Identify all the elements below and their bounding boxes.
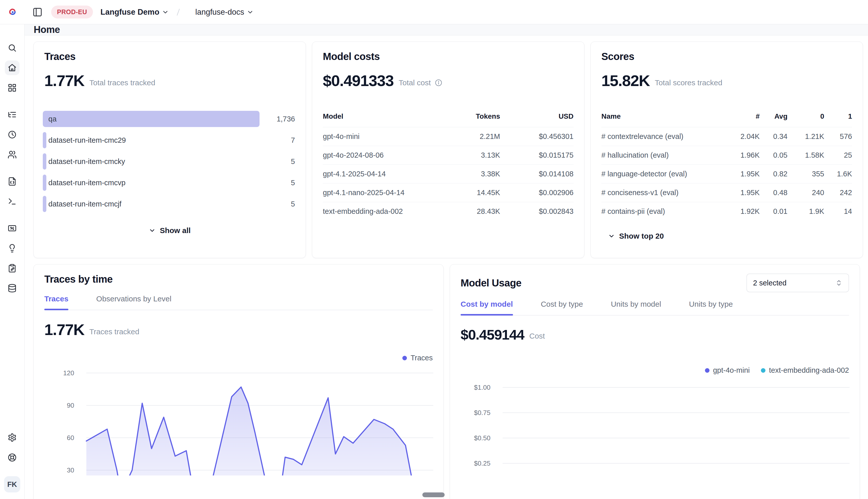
table-row: # contextrelevance (eval) 2.04K 0.34 1.2… (602, 127, 852, 146)
sidebar-toggle-icon[interactable] (32, 7, 43, 18)
scores-metric-row: 15.82K Total scores tracked (602, 73, 852, 88)
evaluation-icon[interactable] (5, 221, 20, 235)
traces-by-time-tabs: Traces Observations by Level (44, 294, 433, 310)
col-model: Model (323, 112, 444, 120)
svg-text:$0.75: $0.75 (474, 409, 490, 416)
users-icon[interactable] (5, 147, 20, 162)
legend-label: text-embedding-ada-002 (769, 366, 849, 375)
model-usage-metric: $0.459144 (461, 328, 524, 342)
page-header: Home (25, 24, 868, 35)
model-select-value: 2 selected (753, 279, 786, 287)
legend-item-gpt-4o-mini[interactable]: gpt-4o-mini (705, 366, 750, 375)
svg-text:$0.50: $0.50 (474, 434, 490, 442)
model-costs-metric: $0.491333 (323, 73, 394, 88)
tab-traces[interactable]: Traces (44, 294, 68, 310)
org-switcher[interactable]: Langfuse Demo (100, 8, 169, 17)
sessions-icon[interactable] (5, 127, 20, 142)
trace-value: 5 (260, 157, 295, 166)
chevron-down-icon (162, 9, 169, 16)
legend-dot (761, 368, 765, 373)
show-top-20-button[interactable]: Show top 20 (602, 232, 852, 240)
col-zero: 0 (787, 112, 824, 120)
traces-metric-label: Total traces tracked (90, 78, 155, 88)
cards-row-top: Traces 1.77K Total traces tracked qa 1,7… (33, 41, 863, 258)
table-row: gpt-4.1-2025-04-14 3.38K $0.014108 (323, 165, 573, 183)
avatar[interactable]: FK (4, 476, 20, 492)
legend-dot (402, 356, 407, 360)
project-name: langfuse-docs (195, 8, 244, 17)
tab-observations-by-level[interactable]: Observations by Level (96, 294, 171, 310)
trace-label: dataset-run-item-cmcky (43, 157, 125, 166)
dashboards-icon[interactable] (5, 81, 20, 95)
table-header: Name # Avg 0 1 (602, 112, 852, 127)
legend-item-traces[interactable]: Traces (402, 354, 433, 362)
tab-cost-by-type[interactable]: Cost by type (541, 300, 583, 315)
horizontal-scrollbar-thumb[interactable] (423, 492, 445, 497)
list-item: dataset-run-item-cmcvp 5 (43, 174, 295, 191)
model-usage-metric-row: $0.459144 Cost (461, 328, 849, 342)
tab-cost-by-model[interactable]: Cost by model (461, 300, 513, 315)
traces-card-title: Traces (44, 51, 295, 62)
model-select-dropdown[interactable]: 2 selected (747, 273, 849, 292)
col-one: 1 (824, 112, 852, 120)
table-row: # conciseness-v1 (eval) 1.95K 0.48 240 2… (602, 183, 852, 202)
annotation-icon[interactable] (5, 241, 20, 256)
settings-icon[interactable] (5, 430, 20, 445)
svg-text:90: 90 (67, 402, 74, 409)
traces-metric-row: 1.77K Total traces tracked (44, 73, 295, 88)
table-row: text-embedding-ada-002 28.43K $0.002843 (323, 202, 573, 221)
prompts-icon[interactable] (5, 174, 20, 189)
scores-table: Name # Avg 0 1 # contextrelevance (eval)… (602, 112, 852, 221)
chevron-down-icon (148, 227, 156, 234)
col-usd: USD (500, 112, 573, 120)
scores-metric: 15.82K (602, 73, 650, 88)
scores-title: Scores (602, 51, 852, 62)
trace-label: dataset-run-item-cmc29 (43, 136, 126, 144)
model-usage-title: Model Usage (461, 277, 521, 289)
model-costs-card: Model costs $0.491333 Total cost Model T… (312, 41, 584, 258)
traces-by-time-metric-label: Traces tracked (90, 327, 139, 338)
legend-item-text-embedding-ada-002[interactable]: text-embedding-ada-002 (761, 366, 849, 375)
svg-text:$1.00: $1.00 (474, 384, 490, 391)
legend-label: Traces (411, 354, 433, 362)
svg-text:60: 60 (67, 434, 74, 441)
datasets-icon[interactable] (5, 261, 20, 276)
org-name: Langfuse Demo (100, 8, 159, 17)
playground-icon[interactable] (5, 194, 20, 209)
tracing-icon[interactable] (5, 107, 20, 122)
chart-legend: gpt-4o-mini text-embedding-ada-002 (461, 366, 849, 375)
col-avg: Avg (760, 112, 787, 120)
legend-label: gpt-4o-mini (713, 366, 750, 375)
cards-row-bottom: Traces by time Traces Observations by Le… (33, 264, 863, 499)
chevrons-up-down-icon (835, 279, 842, 287)
info-icon[interactable] (435, 79, 442, 87)
model-usage-tabs: Cost by model Cost by type Units by mode… (461, 300, 849, 316)
scores-metric-label: Total scores tracked (655, 78, 722, 88)
trace-value: 5 (260, 179, 295, 187)
model-costs-metric-row: $0.491333 Total cost (323, 73, 573, 88)
project-switcher[interactable]: langfuse-docs (195, 8, 254, 17)
scores-card: Scores 15.82K Total scores tracked Name … (591, 41, 863, 258)
table-row: # contains-pii (eval) 1.92K 0.01 1.9K 14 (602, 202, 852, 221)
traces-by-time-metric: 1.77K (44, 322, 84, 338)
list-item: dataset-run-item-cmcjf 5 (43, 196, 295, 212)
environment-badge[interactable]: PROD-EU (51, 5, 93, 19)
search-icon[interactable] (5, 40, 20, 55)
trace-label: qa (43, 115, 57, 123)
model-usage-metric-label: Cost (529, 332, 545, 342)
breadcrumb-separator (175, 8, 182, 17)
database-icon[interactable] (5, 281, 20, 295)
tab-units-by-type[interactable]: Units by type (689, 300, 733, 315)
svg-text:$0.25: $0.25 (474, 460, 490, 467)
model-costs-metric-label: Total cost (399, 78, 431, 88)
trace-value: 7 (260, 136, 295, 145)
support-icon[interactable] (5, 450, 20, 465)
home-icon[interactable] (5, 60, 20, 75)
show-all-button[interactable]: Show all (44, 226, 295, 235)
show-all-label: Show all (160, 226, 191, 235)
tab-units-by-model[interactable]: Units by model (611, 300, 661, 315)
trace-value: 1,736 (260, 115, 295, 123)
list-item: dataset-run-item-cmcky 5 (43, 153, 295, 170)
trace-value: 5 (260, 200, 295, 208)
main: Home Traces 1.77K Total traces tracked q… (25, 24, 868, 499)
